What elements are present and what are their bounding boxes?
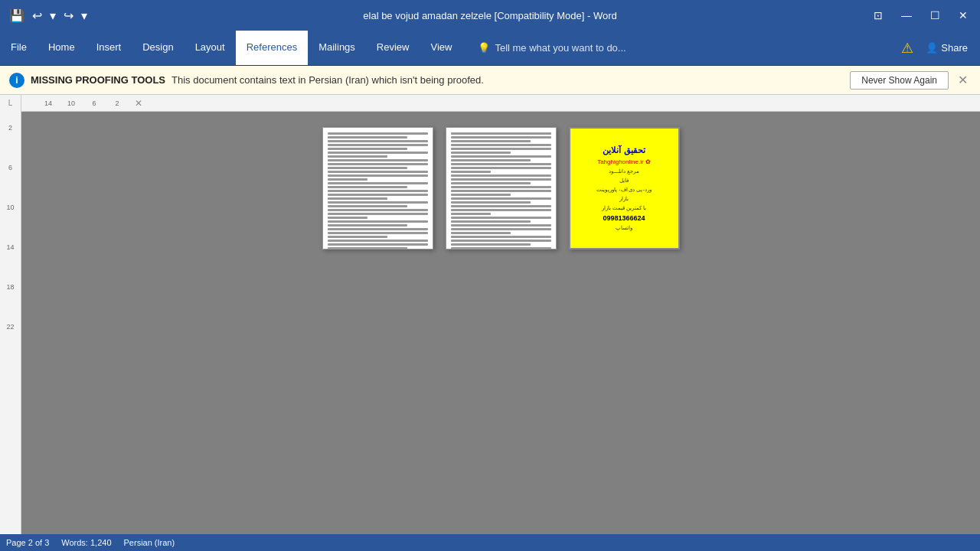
text-line: [328, 155, 388, 158]
text-line: [328, 224, 408, 227]
ruler-v-mark: [0, 178, 21, 197]
maximize-button[interactable]: ☐: [924, 8, 946, 23]
tab-references[interactable]: References: [236, 31, 308, 65]
notification-bar: i MISSING PROOFING TOOLS This document c…: [0, 66, 980, 95]
status-bar: Page 2 of 3 Words: 1,240 Persian (Iran): [0, 534, 980, 551]
tab-insert[interactable]: Insert: [86, 31, 132, 65]
text-line: [328, 190, 428, 192]
text-line: [328, 159, 428, 161]
tab-mailings[interactable]: Mailings: [308, 31, 366, 65]
vertical-ruler: 2 6 10 14 18 22: [0, 112, 21, 534]
customize-qa-button[interactable]: ▾: [78, 7, 90, 24]
minimize-button[interactable]: —: [895, 8, 918, 23]
ad-line3: ورد-پی دی اف- پاورپوینت: [596, 187, 652, 193]
tab-layout[interactable]: Layout: [185, 31, 236, 65]
text-line: [328, 186, 408, 188]
pages-row: تحقیق آنلاین Tahghighonline.ir ✿ مرجع دا…: [322, 127, 680, 249]
text-line: [328, 213, 428, 215]
ruler-v-mark: [0, 138, 21, 158]
text-line: [328, 243, 428, 246]
undo-dropdown[interactable]: ▾: [47, 7, 59, 24]
text-line: [328, 148, 408, 150]
ruler-v-mark: 18: [0, 277, 21, 297]
text-line: [451, 163, 551, 165]
text-line: [328, 178, 368, 181]
text-line: [451, 136, 551, 139]
warning-icon: ⚠: [901, 40, 913, 57]
ruler-v-mark: 2: [0, 118, 21, 138]
document-canvas[interactable]: تحقیق آنلاین Tahghighonline.ir ✿ مرجع دا…: [21, 112, 980, 534]
text-line: [451, 243, 531, 246]
text-line: [451, 171, 491, 173]
text-line: [328, 140, 428, 142]
redo-button[interactable]: ↪: [60, 7, 77, 24]
notification-message: This document contains text in Persian (…: [172, 74, 484, 86]
text-line: [451, 132, 551, 135]
close-button[interactable]: ✕: [952, 8, 974, 23]
ruler-v-mark: 14: [0, 237, 21, 257]
text-line: [451, 205, 551, 207]
language-info: Persian (Iran): [124, 538, 175, 547]
text-line: [451, 152, 511, 154]
text-line: [451, 178, 551, 181]
text-line: [328, 136, 408, 139]
never-show-again-button[interactable]: Never Show Again: [850, 71, 949, 90]
tab-design[interactable]: Design: [132, 31, 184, 65]
text-line: [328, 144, 428, 146]
quick-access-toolbar: 💾 ↩ ▾ ↪ ▾: [6, 7, 90, 24]
text-line: [451, 247, 551, 249]
text-line: [451, 186, 551, 188]
ruler-v-mark: 10: [0, 197, 21, 217]
ribbon-right-controls: ⚠ 👤 Share: [901, 31, 980, 65]
horizontal-ruler: L 14 10 6 2 ✕: [0, 95, 980, 112]
notification-title: MISSING PROOFING TOOLS: [31, 74, 165, 86]
ruler-v-mark: 22: [0, 317, 21, 337]
text-line: [328, 236, 388, 238]
text-line: [451, 236, 551, 238]
tab-view[interactable]: View: [420, 31, 462, 65]
page-3-ad: تحقیق آنلاین Tahghighonline.ir ✿ مرجع دا…: [570, 129, 678, 248]
text-line: [328, 201, 428, 204]
tab-review[interactable]: Review: [366, 31, 420, 65]
text-line: [451, 190, 551, 192]
page-1[interactable]: [322, 127, 433, 249]
tell-me-field[interactable]: 💡 Tell me what you want to do...: [469, 31, 635, 65]
window-controls: ⊡ — ☐ ✕: [867, 8, 974, 23]
text-line: [451, 182, 531, 184]
page-info: Page 2 of 3: [6, 538, 49, 547]
save-button[interactable]: 💾: [6, 7, 28, 24]
ribbon: File Home Insert Design Layout Reference…: [0, 31, 980, 66]
text-line: [328, 152, 428, 154]
text-line: [328, 182, 428, 184]
ruler-mark: 2: [106, 99, 129, 107]
text-line: [451, 159, 531, 161]
ad-line5: با کمترین قیمت بازار: [602, 205, 646, 211]
text-line: [328, 209, 428, 211]
ad-title: تحقیق آنلاین: [603, 145, 645, 155]
text-line: [328, 197, 388, 200]
text-line: [328, 232, 428, 234]
ruler-close-icon[interactable]: ✕: [135, 98, 142, 109]
ruler-mark: 6: [83, 99, 106, 107]
text-line: [328, 194, 428, 196]
text-line: [328, 217, 368, 219]
text-line: [328, 205, 408, 207]
text-line: [451, 148, 551, 150]
window-icon-button[interactable]: ⊡: [867, 8, 889, 23]
text-line: [328, 247, 408, 249]
text-line: [451, 213, 491, 215]
ruler-corner[interactable]: L: [0, 95, 21, 112]
tab-file[interactable]: File: [0, 31, 38, 65]
page-2-content: [446, 128, 556, 249]
tab-home[interactable]: Home: [38, 31, 86, 65]
undo-button[interactable]: ↩: [29, 7, 45, 24]
text-line: [451, 201, 531, 204]
share-button[interactable]: 👤 Share: [920, 39, 974, 57]
share-icon: 👤: [926, 42, 938, 54]
ruler-v-mark: [0, 297, 21, 317]
notification-close-button[interactable]: ✕: [955, 73, 971, 87]
page-3[interactable]: تحقیق آنلاین Tahghighonline.ir ✿ مرجع دا…: [569, 127, 680, 249]
text-line: [451, 220, 531, 223]
page-2[interactable]: [446, 127, 557, 249]
ruler-mark: 14: [37, 99, 60, 107]
